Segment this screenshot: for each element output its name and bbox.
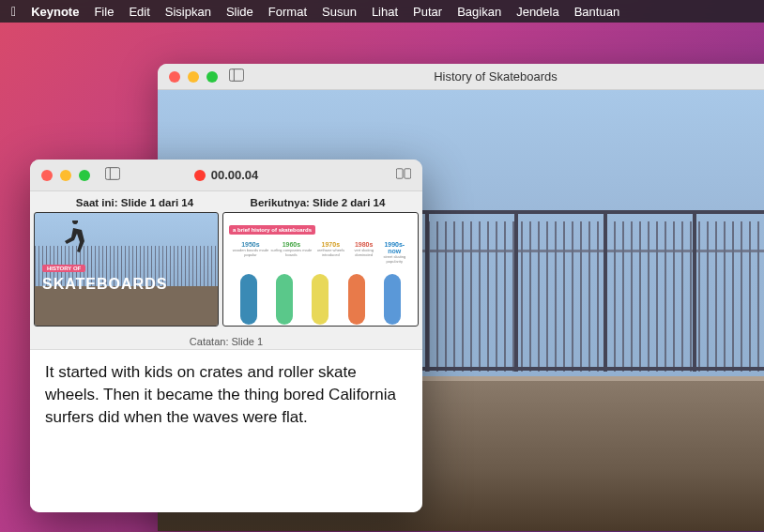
- presenter-slide-thumbnails: HISTORY OF SKATEBOARDS a brief history o…: [30, 212, 422, 332]
- apple-menu-icon[interactable]: : [11, 4, 16, 19]
- menu-susun[interactable]: Susun: [322, 5, 357, 19]
- svg-rect-0: [229, 68, 243, 81]
- presenter-timer: 00.00.04: [211, 168, 259, 182]
- menu-file[interactable]: File: [94, 5, 114, 19]
- presenter-layout-icon[interactable]: [105, 167, 120, 184]
- presenter-columns-icon[interactable]: [396, 167, 411, 184]
- decade-item: 1990s-nowstreet skating popularity: [379, 241, 410, 265]
- main-traffic-lights: [158, 71, 218, 83]
- skateboard-icon: [348, 274, 365, 325]
- menu-bagikan[interactable]: Bagikan: [457, 5, 501, 19]
- menu-lihat[interactable]: Lihat: [372, 5, 398, 19]
- skateboard-icon: [276, 274, 293, 325]
- presenter-fullscreen-button[interactable]: [79, 170, 90, 181]
- current-slide-thumb[interactable]: HISTORY OF SKATEBOARDS: [34, 212, 219, 327]
- decade-item: 1960ssurfing companies made boards: [270, 241, 313, 265]
- skateboard-icon: [384, 274, 401, 325]
- notes-label: Catatan: Slide 1: [30, 332, 422, 349]
- next-decades-row: 1950swooden boards made popular 1960ssur…: [229, 241, 412, 265]
- next-boards-row: [229, 270, 412, 325]
- presenter-slide-labels: Saat ini: Slide 1 dari 14 Berikutnya: Sl…: [30, 191, 422, 212]
- mini-history-badge: HISTORY OF: [42, 265, 85, 272]
- current-slide-label: Saat ini: Slide 1 dari 14: [43, 197, 226, 208]
- presenter-minimize-button[interactable]: [60, 170, 71, 181]
- minimize-button[interactable]: [188, 71, 199, 83]
- sidebar-toggle-icon[interactable]: [229, 68, 244, 85]
- menu-edit[interactable]: Edit: [129, 5, 149, 19]
- decade-item: 1970surethane wheels introduced: [313, 241, 349, 265]
- menu-format[interactable]: Format: [268, 5, 307, 19]
- svg-rect-5: [405, 168, 411, 177]
- decade-item: 1950swooden boards made popular: [231, 241, 270, 265]
- main-titlebar: History of Skateboards: [158, 64, 764, 90]
- close-button[interactable]: [169, 71, 180, 83]
- menu-jendela[interactable]: Jendela: [516, 5, 559, 19]
- menu-putar[interactable]: Putar: [413, 5, 442, 19]
- mini-title: SKATEBOARDS: [42, 276, 167, 293]
- presenter-close-button[interactable]: [41, 170, 53, 181]
- presenter-window: 00.00.04 Saat ini: Slide 1 dari 14 Berik…: [30, 160, 422, 512]
- presenter-notes[interactable]: It started with kids on crates and rolle…: [30, 349, 422, 512]
- next-slide-label: Berikutnya: Slide 2 dari 14: [226, 197, 409, 208]
- menu-sisipkan[interactable]: Sisipkan: [165, 5, 211, 19]
- mini-skater: [61, 220, 89, 256]
- svg-rect-4: [396, 168, 403, 177]
- skateboard-icon: [312, 274, 329, 325]
- record-indicator-icon[interactable]: [194, 170, 206, 181]
- presenter-traffic-lights: [38, 170, 90, 181]
- skateboard-icon: [240, 274, 257, 325]
- next-slide-banner: a brief history of skateboards: [229, 225, 315, 235]
- app-name[interactable]: Keynote: [31, 5, 79, 19]
- fullscreen-button[interactable]: [206, 71, 218, 83]
- skateboarder-figure: [749, 128, 764, 268]
- svg-rect-2: [105, 167, 119, 179]
- menubar:  Keynote File Edit Sisipkan Slide Forma…: [0, 0, 764, 23]
- decade-item: 1980svert skating dominated: [349, 241, 379, 265]
- next-slide-thumb[interactable]: a brief history of skateboards 1950swood…: [222, 212, 419, 327]
- menu-slide[interactable]: Slide: [226, 5, 253, 19]
- presenter-toolbar: 00.00.04: [30, 160, 422, 191]
- main-window-title: History of Skateboards: [158, 69, 764, 84]
- menu-bantuan[interactable]: Bantuan: [574, 5, 619, 19]
